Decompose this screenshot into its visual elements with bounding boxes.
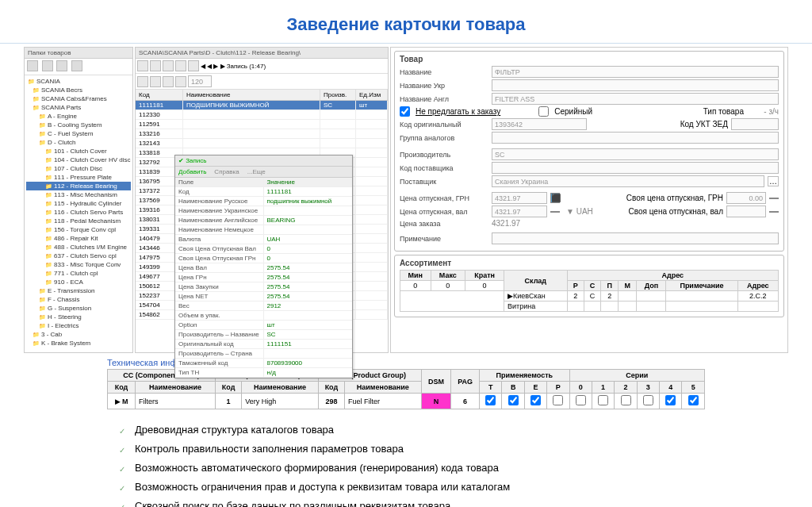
check-1[interactable]	[598, 395, 608, 405]
tree-item[interactable]: B - Cooling System	[26, 121, 131, 129]
tree-item[interactable]: I - Electrics	[26, 321, 131, 330]
analog-input[interactable]	[492, 132, 779, 144]
no-offer-checkbox[interactable]	[400, 106, 410, 117]
folder-tree[interactable]: SCANIASCANIA BecrsSCANIA Cabs&FramesSCAN…	[25, 75, 132, 349]
orig-code-input[interactable]	[492, 118, 587, 130]
tree-item[interactable]: 107 - Clutch Disc	[26, 164, 131, 173]
calc-button[interactable]	[550, 211, 560, 213]
property-row[interactable]: Цена ГРн2575.54	[175, 273, 352, 282]
tree-item[interactable]: 104 - Clutch Cover HV disc	[26, 156, 131, 164]
col-r[interactable]: Р	[567, 281, 584, 291]
tree-item[interactable]: 488 - Clutches I/M Engine	[26, 243, 131, 252]
tree-item[interactable]: 486 - Repair Kit	[26, 234, 131, 243]
property-row[interactable]: Цена NET2575.54	[175, 292, 352, 302]
mfr-input[interactable]	[492, 148, 779, 160]
lookup-button[interactable]: …	[768, 176, 779, 186]
property-row[interactable]: Оригинальный код1111151	[175, 340, 352, 349]
name-en-input[interactable]	[492, 93, 779, 105]
col-m[interactable]: М	[619, 281, 637, 291]
serial-checkbox[interactable]	[538, 106, 549, 117]
check-2[interactable]	[621, 395, 631, 405]
binoculars-icon[interactable]	[175, 60, 186, 71]
col-code[interactable]: Код	[136, 90, 183, 100]
table-row[interactable]: 112330	[136, 110, 388, 120]
check-p[interactable]	[553, 395, 563, 405]
check-e[interactable]	[530, 395, 541, 405]
tree-item[interactable]: 910 - ECA	[26, 278, 131, 286]
check-3[interactable]	[643, 395, 653, 405]
save-action[interactable]: ✔ Запись	[178, 157, 206, 164]
tree-item[interactable]: SCANIA Cabs&Frames	[26, 94, 131, 103]
tree-item[interactable]: C - Fuel System	[26, 129, 131, 138]
pager[interactable]: ◀ ◀ ▶ ▶	[201, 63, 225, 70]
tree-item[interactable]: 3 - Cab	[26, 330, 131, 339]
tree-item[interactable]: SCANIA Becrs	[26, 86, 131, 94]
table-row[interactable]: 112591	[136, 120, 388, 129]
tree-item[interactable]: 112 - Release Bearing	[26, 182, 131, 190]
col-mult[interactable]: Кратн	[465, 271, 504, 281]
col-max[interactable]: Макс	[431, 271, 465, 281]
check-5[interactable]	[688, 395, 699, 405]
property-row[interactable]: Производитель – НазваниеSC	[175, 330, 352, 340]
property-row[interactable]: Наименование АнглийскоеBEARING	[175, 216, 352, 225]
check-0[interactable]	[576, 395, 586, 405]
tree-item[interactable]: 113 - Misc Mechanism	[26, 190, 131, 199]
table-row[interactable]: 133216	[136, 129, 388, 139]
tree-item[interactable]: 833 - Misc Torque Conv	[26, 260, 131, 269]
name-ua-input[interactable]	[492, 79, 779, 91]
property-row[interactable]: Таможенный код8708939000	[175, 359, 352, 368]
supplier-code-input[interactable]	[492, 162, 779, 174]
supplier-input[interactable]	[492, 175, 764, 187]
property-row[interactable]: Вес2912	[175, 302, 352, 311]
property-row[interactable]: Наименование Русскоеподшипник выжимной	[175, 197, 352, 206]
ukt-input[interactable]	[731, 118, 779, 130]
toolbar-button[interactable]	[163, 60, 174, 71]
property-row[interactable]: Производитель – Страна	[175, 349, 352, 359]
tree-item[interactable]: E - Transmission	[26, 286, 131, 295]
toolbar-button[interactable]	[137, 76, 148, 87]
toolbar-button[interactable]	[27, 60, 38, 71]
toolbar-button[interactable]	[188, 60, 199, 71]
col-min[interactable]: Мин	[400, 271, 431, 281]
toolbar-button[interactable]	[150, 76, 161, 87]
col-c[interactable]: С	[584, 281, 601, 291]
tree-item[interactable]: H - Steering	[26, 313, 131, 321]
col-p[interactable]: П	[601, 281, 619, 291]
name-input[interactable]	[492, 66, 779, 78]
property-row[interactable]: Цена Закупки2575.54	[175, 282, 352, 292]
property-row[interactable]: Код1111181	[175, 187, 352, 197]
table-row[interactable]: 132143	[136, 139, 388, 148]
property-row[interactable]: Цена Вал2575.54	[175, 263, 352, 273]
own-val-input[interactable]	[726, 205, 766, 217]
toolbar-button[interactable]	[71, 60, 82, 71]
tree-item[interactable]: 637 - Clutch Servo cpl	[26, 252, 131, 260]
table-row[interactable]: ▶ MFilters 1Very High 298Fuel Filter N6	[108, 394, 705, 409]
col-addr[interactable]: Адрес	[737, 281, 778, 291]
tree-item[interactable]: G - Suspension	[26, 304, 131, 313]
property-row[interactable]: Наименование Украинское	[175, 206, 352, 216]
tree-item[interactable]: K - Brake System	[26, 339, 131, 348]
property-row[interactable]: Объем в упак.	[175, 311, 352, 321]
mult-value[interactable]: 0	[465, 281, 504, 291]
menu-help[interactable]: Справка	[214, 168, 239, 175]
table-row[interactable]: 1111181ПОДШИПНИК ВЫЖИМНОЙSCшт	[136, 101, 388, 110]
col-note[interactable]: Примечание	[666, 281, 737, 291]
property-row[interactable]: ВалютаUAH	[175, 235, 352, 244]
menu-add[interactable]: Добавить	[178, 168, 206, 175]
col-mfr[interactable]: Произв.	[320, 90, 356, 100]
note-input[interactable]	[492, 232, 779, 244]
col-unit[interactable]: Ед.Изм	[356, 90, 388, 100]
max-value[interactable]: 0	[431, 281, 465, 291]
property-row[interactable]: Своя Цена Отпускная Вал0	[175, 244, 352, 254]
own-uah-input[interactable]	[726, 192, 766, 204]
menu-more[interactable]: ...Еще	[247, 168, 266, 175]
col-sklad[interactable]: Склад	[504, 271, 568, 291]
calc-button[interactable]	[769, 198, 779, 199]
tree-item[interactable]: SCANIA Parts	[26, 103, 131, 112]
toolbar-button[interactable]	[42, 60, 53, 71]
table-row[interactable]: ▶КиевСкан2C22.C.2	[400, 291, 779, 302]
tree-item[interactable]: 118 - Pedal Mechanism	[26, 217, 131, 225]
toolbar-button[interactable]	[56, 60, 67, 71]
properties-body[interactable]: Код1111181Наименование Русскоеподшипник …	[175, 187, 352, 378]
tree-item[interactable]: A - Engine	[26, 112, 131, 121]
